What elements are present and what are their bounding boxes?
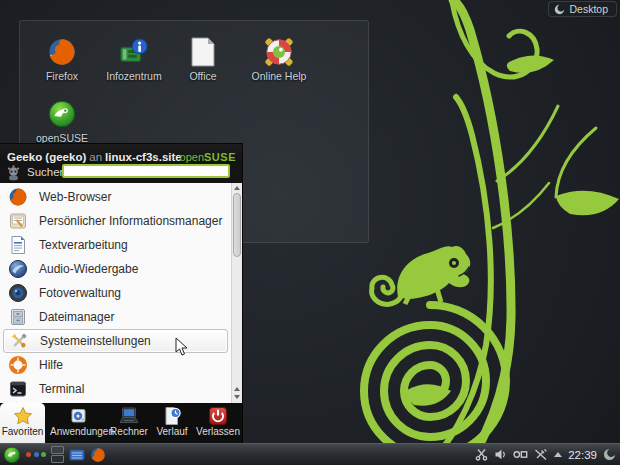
computer-icon xyxy=(118,406,140,426)
activity-dots xyxy=(26,452,46,457)
taskbar-app-icon[interactable] xyxy=(69,447,85,463)
menu-item-pim[interactable]: Persönlicher Informationsmanager xyxy=(0,209,242,233)
firefox-icon xyxy=(47,37,77,67)
writer-icon xyxy=(8,235,28,255)
desktop-icon-infozentrum[interactable]: Infozentrum xyxy=(97,37,171,82)
connector-text: an xyxy=(86,151,105,163)
cashew-icon[interactable] xyxy=(603,448,616,461)
scrollbar[interactable] xyxy=(231,183,242,403)
tab-favorites[interactable]: Favoriten xyxy=(0,403,45,444)
kickoff-menu: Geeko (geeko)anlinux-cf3s.site openSUSE … xyxy=(0,143,243,443)
desktop-icon-label: Office xyxy=(166,70,240,82)
host-name: linux-cf3s.site xyxy=(105,151,182,163)
desktop-toolbox-button[interactable]: Desktop xyxy=(548,1,617,17)
office-icon xyxy=(189,37,217,67)
star-icon xyxy=(13,406,33,426)
tab-applications[interactable]: Anwendungen xyxy=(50,403,108,444)
tab-history[interactable]: Verlauf xyxy=(152,403,192,444)
kickoff-search-row: Suchen: xyxy=(0,163,242,183)
green-dot-icon xyxy=(41,452,46,457)
volume-icon[interactable] xyxy=(494,448,507,461)
bottom-panel: 22:39 xyxy=(0,443,620,465)
system-tray: 22:39 xyxy=(475,448,620,461)
desktop-icon-opensuse[interactable]: openSUSE xyxy=(25,99,99,144)
kickoff-header: Geeko (geeko)anlinux-cf3s.site openSUSE xyxy=(0,144,242,163)
scrollbar-thumb[interactable] xyxy=(233,193,241,257)
network-disconnected-icon[interactable] xyxy=(534,448,548,461)
menu-item-word-processor[interactable]: Textverarbeitung xyxy=(0,233,242,257)
toolbox-label: Desktop xyxy=(569,3,608,15)
menu-item-web-browser[interactable]: Web-Browser xyxy=(0,185,242,209)
kontact-icon xyxy=(8,211,28,231)
pager-desktop-1[interactable] xyxy=(51,446,64,454)
menu-item-terminal[interactable]: Terminal xyxy=(0,377,242,401)
desktop-icon-firefox[interactable]: Firefox xyxy=(25,37,99,82)
crossed-tools-icon xyxy=(9,331,29,351)
virtual-desktop-pager[interactable] xyxy=(51,446,64,463)
tab-computer[interactable]: Rechner xyxy=(108,403,150,444)
kickoff-launcher-button[interactable] xyxy=(3,446,21,464)
kickoff-gear-robot-icon xyxy=(4,164,23,183)
desktop-icon-label: Online Help xyxy=(242,70,316,82)
mouse-cursor xyxy=(175,337,189,357)
power-icon xyxy=(208,406,228,426)
menu-item-system-settings[interactable]: Systemeinstellungen xyxy=(3,329,228,353)
desktop-icon-office[interactable]: Office xyxy=(166,37,240,82)
applications-icon xyxy=(69,406,89,426)
online-help-icon xyxy=(264,37,294,67)
tab-leave[interactable]: Verlassen xyxy=(194,403,242,444)
file-cabinet-icon xyxy=(8,307,28,327)
blue-dot-icon xyxy=(34,452,39,457)
camera-icon xyxy=(8,283,28,303)
terminal-icon xyxy=(8,379,28,399)
desktop-icon-online-help[interactable]: Online Help xyxy=(242,37,316,82)
menu-item-photo-management[interactable]: Fotoverwaltung xyxy=(0,281,242,305)
user-name: Geeko (geeko) xyxy=(7,151,86,163)
scroll-up-arrow-icon[interactable] xyxy=(234,186,240,190)
klipper-scissors-icon[interactable] xyxy=(475,448,488,461)
tray-expand-icon[interactable] xyxy=(554,452,562,457)
menu-item-help[interactable]: Hilfe xyxy=(0,353,242,377)
menu-item-file-manager[interactable]: Dateimanager xyxy=(0,305,242,329)
scroll-up-arrow-icon[interactable] xyxy=(234,387,240,391)
device-notifier-icon[interactable] xyxy=(513,448,528,461)
amarok-icon xyxy=(8,259,28,279)
desktop-icon-label: Firefox xyxy=(25,70,99,82)
pager-desktop-2[interactable] xyxy=(51,455,64,463)
red-dot-icon xyxy=(26,452,31,457)
desktop-icon-label: Infozentrum xyxy=(97,70,171,82)
opensuse-icon xyxy=(47,99,77,129)
taskbar-firefox-icon[interactable] xyxy=(90,447,106,463)
menu-item-audio-player[interactable]: Audio-Wiedergabe xyxy=(0,257,242,281)
panel-clock[interactable]: 22:39 xyxy=(568,449,597,461)
lifebuoy-icon xyxy=(8,355,28,375)
scroll-down-arrow-icon[interactable] xyxy=(234,395,240,399)
history-icon xyxy=(162,406,182,426)
infocenter-icon xyxy=(119,37,149,67)
search-input[interactable] xyxy=(62,164,230,178)
cashew-icon xyxy=(554,4,565,15)
geeko-chameleon xyxy=(372,246,471,304)
firefox-icon xyxy=(8,187,28,207)
kickoff-tab-bar: Favoriten Anwendungen Rechner xyxy=(0,403,242,444)
kickoff-item-list: Web-Browser Persönlicher Informationsman… xyxy=(0,183,242,403)
